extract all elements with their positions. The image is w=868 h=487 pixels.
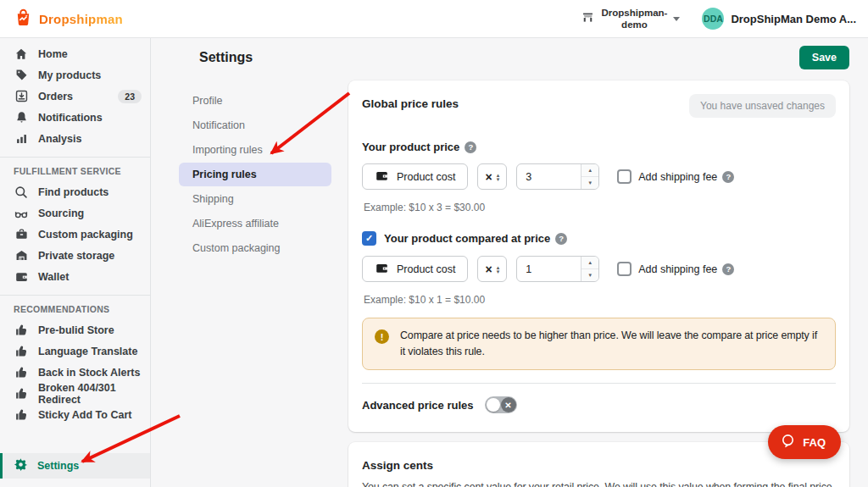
account-name: DropShipMan Demo A... — [731, 13, 856, 25]
checkbox-unchecked[interactable] — [617, 169, 632, 184]
active-indicator — [0, 453, 3, 479]
sidebar-item-custom-packaging[interactable]: Custom packaging — [0, 224, 150, 245]
sidebar-item-analysis[interactable]: Analysis — [0, 128, 150, 149]
sidebar-item-label: Sticky Add To Cart — [38, 409, 131, 421]
advanced-price-rules-toggle[interactable]: ✕ — [485, 396, 517, 413]
save-button[interactable]: Save — [799, 46, 849, 69]
compare-price-label: Your product compared at price ? — [384, 232, 567, 245]
sidebar-item-label: Broken 404/301 Redirect — [38, 382, 142, 406]
account-menu[interactable]: DDA DropShipMan Demo A... — [702, 8, 856, 30]
faq-button[interactable]: FAQ — [768, 425, 841, 459]
shopping-bag-icon — [14, 8, 33, 30]
add-shipping-fee-checkbox-group[interactable]: Add shipping fee ? — [617, 262, 734, 276]
sidebar-item-find-products[interactable]: Find products — [0, 181, 150, 202]
sidebar-item-label: Private storage — [38, 250, 114, 262]
store-name: Dropshipman- demo — [601, 7, 667, 31]
submenu-item-custom-packaging[interactable]: Custom packaging — [179, 236, 331, 260]
submenu-item-notification[interactable]: Notification — [179, 113, 331, 137]
compare-price-checkbox[interactable]: ✓ — [362, 231, 376, 246]
sidebar-item-label: Home — [38, 48, 68, 60]
help-icon[interactable]: ? — [722, 263, 734, 275]
sidebar-item-back-in-stock[interactable]: Back in Stock Alerts — [0, 362, 150, 383]
sidebar-item-label: Wallet — [38, 271, 69, 283]
home-icon — [14, 47, 29, 62]
thumb-up-icon — [14, 407, 29, 423]
product-cost-button[interactable]: Product cost — [362, 163, 468, 190]
store-switcher[interactable]: Dropshipman- demo — [581, 7, 680, 31]
warning-text: Compare at price needs to be higher than… — [400, 328, 823, 360]
gear-icon — [14, 457, 28, 475]
glasses-icon — [14, 206, 29, 221]
warehouse-icon — [14, 248, 29, 263]
analysis-icon — [14, 131, 29, 147]
sidebar-item-notifications[interactable]: Notifications — [0, 107, 150, 128]
product-cost-button[interactable]: Product cost — [362, 256, 468, 282]
package-icon — [14, 227, 29, 242]
wallet-icon — [375, 261, 389, 278]
bell-icon — [14, 110, 29, 125]
sidebar: Home My products Orders 23 Notifications… — [0, 38, 151, 487]
spinner-up-icon[interactable]: ▲ — [581, 257, 598, 268]
sidebar-section-recommendations: RECOMMENDATIONS Pre-bulid Store Language… — [0, 295, 150, 425]
submenu-item-aliexpress-affiliate[interactable]: AliExpress affiliate — [179, 212, 331, 235]
select-caret-icon: ▴▾ — [497, 265, 500, 274]
topbar: Dropshipman Dropshipman- demo DDA DropSh… — [0, 0, 868, 38]
sidebar-item-settings[interactable]: Settings — [0, 453, 150, 479]
compare-price-warning: ! Compare at price needs to be higher th… — [362, 318, 836, 370]
main-area: Settings Save Profile Notification Impor… — [151, 38, 868, 487]
sidebar-item-my-products[interactable]: My products — [0, 64, 150, 86]
sidebar-item-private-storage[interactable]: Private storage — [0, 245, 150, 266]
thumb-up-icon — [14, 323, 29, 338]
toggle-knob — [487, 398, 500, 412]
logo-text: Dropshipman — [39, 12, 123, 26]
add-shipping-fee-label: Add shipping fee ? — [638, 171, 734, 183]
spinner-down-icon[interactable]: ▼ — [581, 176, 598, 189]
operator-select[interactable]: × ▴▾ — [477, 256, 507, 282]
thumb-up-icon — [14, 344, 29, 359]
thumb-up-icon — [14, 365, 29, 380]
sidebar-item-label: My products — [38, 69, 101, 81]
orders-count-badge: 23 — [118, 90, 142, 103]
help-icon[interactable]: ? — [555, 233, 567, 245]
checkbox-unchecked[interactable] — [617, 262, 632, 276]
section-label: FULFILLMENT SERVICE — [0, 160, 150, 181]
assign-cents-description: You can set a specific cent value for yo… — [362, 479, 836, 487]
multiply-symbol: × — [485, 263, 492, 276]
settings-submenu: Profile Notification Importing rules Pri… — [151, 77, 348, 487]
help-icon[interactable]: ? — [465, 141, 476, 153]
sidebar-item-label: Custom packaging — [38, 229, 133, 241]
faq-label: FAQ — [803, 436, 826, 449]
sidebar-item-label: Find products — [38, 186, 108, 198]
settings-panels: Global price rules You have unsaved chan… — [348, 77, 849, 487]
unsaved-changes-badge: You have unsaved changes — [689, 94, 836, 118]
sidebar-item-orders[interactable]: Orders 23 — [0, 86, 150, 107]
price-example: Example: $10 x 3 = $30.00 — [362, 202, 836, 213]
card-title: Assign cents — [362, 456, 836, 472]
add-shipping-fee-label: Add shipping fee ? — [638, 263, 734, 275]
storefront-icon — [581, 10, 595, 28]
sidebar-item-broken-redirect[interactable]: Broken 404/301 Redirect — [0, 383, 150, 404]
submenu-item-pricing-rules[interactable]: Pricing rules — [179, 163, 331, 186]
sidebar-item-sticky-add-to-cart[interactable]: Sticky Add To Cart — [0, 404, 150, 425]
spinner-down-icon[interactable]: ▼ — [581, 268, 598, 281]
sidebar-item-sourcing[interactable]: Sourcing — [0, 202, 150, 224]
submenu-item-profile[interactable]: Profile — [179, 89, 331, 113]
multiply-symbol: × — [485, 170, 492, 184]
operator-select[interactable]: × ▴▾ — [477, 163, 507, 190]
thumb-up-icon — [14, 386, 29, 401]
sidebar-item-label: Settings — [37, 460, 79, 472]
warning-icon: ! — [375, 329, 389, 344]
sidebar-item-language-translate[interactable]: Language Translate — [0, 340, 150, 362]
sidebar-item-label: Sourcing — [38, 208, 84, 219]
submenu-item-importing-rules[interactable]: Importing rules — [179, 138, 331, 162]
sidebar-item-home[interactable]: Home — [0, 43, 150, 64]
sidebar-item-label: Language Translate — [38, 346, 137, 357]
section-label: RECOMMENDATIONS — [0, 298, 150, 319]
spinner-up-icon[interactable]: ▲ — [581, 164, 598, 176]
sidebar-item-wallet[interactable]: Wallet — [0, 266, 150, 287]
submenu-item-shipping[interactable]: Shipping — [179, 187, 331, 211]
app-logo[interactable]: Dropshipman — [14, 8, 123, 30]
sidebar-item-prebuild-store[interactable]: Pre-bulid Store — [0, 319, 150, 340]
help-icon[interactable]: ? — [722, 171, 734, 183]
add-shipping-fee-checkbox-group[interactable]: Add shipping fee ? — [617, 169, 734, 184]
